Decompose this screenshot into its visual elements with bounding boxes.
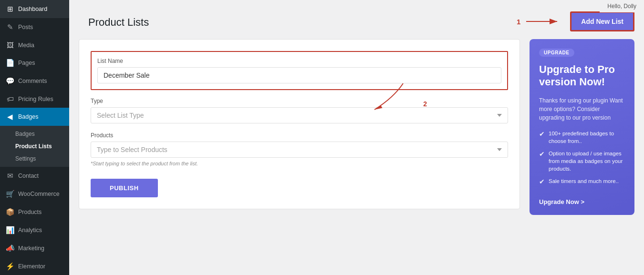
products-select[interactable]: Type to Select Products: [91, 142, 508, 158]
check-icon-3: ✔: [539, 177, 545, 187]
sidebar-item-media[interactable]: 🖼 Media: [0, 36, 69, 54]
sidebar-item-products[interactable]: 📦 Products: [0, 203, 69, 221]
sidebar-item-pricing-rules[interactable]: 🏷 Pricing Rules: [0, 90, 69, 108]
sidebar-sub-item-settings[interactable]: Settings: [0, 153, 69, 165]
header-section: Product Lists 1 Add New List: [69, 0, 644, 31]
type-select[interactable]: Select List Type: [91, 107, 508, 123]
check-icon-2: ✔: [539, 150, 545, 159]
sidebar-item-analytics[interactable]: 📊 Analytics: [0, 221, 69, 239]
posts-icon: ✎: [6, 23, 14, 31]
sidebar-submenu: Badges Product Lists Settings: [0, 126, 69, 167]
sidebar-item-badges[interactable]: ◀ Badges: [0, 108, 69, 126]
contact-icon: ✉: [6, 172, 14, 180]
dashboard-icon: ⊞: [6, 5, 14, 13]
list-name-input[interactable]: [97, 67, 501, 83]
annotation-1: 1: [517, 18, 520, 26]
sidebar-item-comments[interactable]: 💬 Comments: [0, 72, 69, 90]
check-icon-1: ✔: [539, 130, 545, 139]
content-area: List Name 2 T: [69, 31, 644, 223]
upgrade-title: Upgrade to Pro version Now!: [539, 63, 625, 89]
main-content: Hello, Dolly Product Lists 1 Add New Lis…: [69, 0, 644, 275]
products-hint: *Start typing to select the product from…: [91, 161, 508, 166]
page-title: Product Lists: [79, 9, 158, 29]
products-group: Products Type to Select Products *Start …: [91, 132, 508, 166]
sidebar-item-woocommerce[interactable]: 🛒 WooCommerce: [0, 185, 69, 203]
woocommerce-icon: 🛒: [6, 190, 14, 198]
add-new-list-button[interactable]: Add New List: [570, 11, 634, 31]
sidebar-item-elementor[interactable]: ⚡ Elementor: [0, 257, 69, 275]
elementor-icon: ⚡: [6, 262, 14, 271]
sidebar-item-contact[interactable]: ✉ Contact: [0, 167, 69, 185]
badges-icon: ◀: [6, 112, 14, 121]
media-icon: 🖼: [6, 41, 14, 49]
topbar: Hello, Dolly: [600, 0, 644, 12]
pages-icon: 📄: [6, 59, 14, 67]
upgrade-card: UPGRADE Upgrade to Pro version Now! Than…: [530, 39, 634, 215]
annotation-2: 2: [423, 100, 427, 108]
list-name-label: List Name: [97, 58, 501, 64]
greeting-text: Hello, Dolly: [607, 3, 636, 10]
list-name-section: List Name: [91, 51, 508, 90]
sidebar-item-dashboard[interactable]: ⊞ Dashboard: [0, 0, 69, 18]
arrow-1: [526, 14, 564, 29]
analytics-icon: 📊: [6, 226, 14, 234]
comments-icon: 💬: [6, 77, 14, 85]
upgrade-feature-1: ✔ 100+ predefined badges to choose from.…: [539, 130, 625, 145]
publish-button[interactable]: PUBLISH: [91, 179, 158, 197]
sidebar-item-posts[interactable]: ✎ Posts: [0, 18, 69, 36]
annotation-2-container: 2: [365, 83, 422, 112]
sidebar-item-marketing[interactable]: 📣 Marketing: [0, 239, 69, 257]
upgrade-feature-2: ✔ Option to upload / use images from med…: [539, 150, 625, 173]
upgrade-description: Thanks for using our plugin Want more op…: [539, 96, 625, 122]
arrow-2: [365, 83, 422, 112]
type-group: Type Select List Type: [91, 98, 508, 123]
pricing-icon: 🏷: [6, 95, 14, 103]
form-card: List Name 2 T: [79, 39, 520, 209]
upgrade-badge: UPGRADE: [539, 49, 574, 57]
sidebar-sub-item-product-lists[interactable]: Product Lists: [0, 140, 69, 153]
type-section: 2 Type Select List Type: [91, 98, 508, 123]
upgrade-now-link[interactable]: Upgrade Now >: [539, 198, 584, 205]
marketing-icon: 📣: [6, 244, 14, 253]
sidebar-sub-item-badges[interactable]: Badges: [0, 128, 69, 140]
sidebar: ⊞ Dashboard ✎ Posts 🖼 Media 📄 Pages 💬 Co…: [0, 0, 69, 275]
sidebar-item-pages[interactable]: 📄 Pages: [0, 54, 69, 72]
products-label: Products: [91, 132, 508, 139]
upgrade-feature-3: ✔ Sale timers and much more..: [539, 177, 625, 187]
type-label: Type: [91, 98, 508, 104]
products-icon: 📦: [6, 208, 14, 216]
